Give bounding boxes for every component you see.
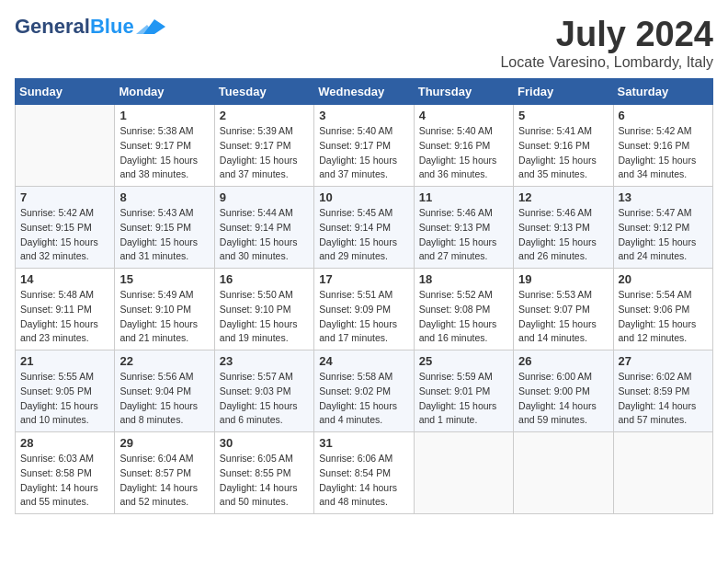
day-info: Sunrise: 5:46 AMSunset: 9:13 PMDaylight:… [419, 206, 508, 264]
month-title: July 2024 [500, 15, 713, 54]
day-number: 12 [518, 190, 608, 204]
calendar-cell: 23Sunrise: 5:57 AMSunset: 9:03 PMDayligh… [214, 350, 313, 432]
day-number: 4 [419, 109, 508, 122]
weekday-header-thursday: Thursday [414, 79, 513, 105]
day-number: 6 [619, 109, 708, 122]
weekday-header-row: SundayMondayTuesdayWednesdayThursdayFrid… [16, 79, 713, 105]
day-info: Sunrise: 5:47 AMSunset: 9:12 PMDaylight:… [619, 206, 708, 264]
location-title: Locate Varesino, Lombardy, Italy [500, 54, 713, 71]
logo-icon [136, 17, 165, 36]
calendar-header: SundayMondayTuesdayWednesdayThursdayFrid… [16, 79, 713, 105]
header: General Blue July 2024 Locate Varesino, … [15, 15, 713, 71]
calendar-cell: 12Sunrise: 5:46 AMSunset: 9:13 PMDayligh… [514, 187, 613, 269]
day-info: Sunrise: 5:41 AMSunset: 9:16 PMDaylight:… [518, 124, 608, 182]
day-info: Sunrise: 5:40 AMSunset: 9:16 PMDaylight:… [419, 124, 508, 182]
calendar-cell [514, 432, 613, 514]
day-info: Sunrise: 5:42 AMSunset: 9:16 PMDaylight:… [619, 124, 708, 182]
weekday-header-monday: Monday [115, 79, 214, 105]
weekday-header-friday: Friday [514, 79, 613, 105]
calendar-cell: 1Sunrise: 5:38 AMSunset: 9:17 PMDaylight… [115, 105, 214, 187]
calendar-cell: 27Sunrise: 6:02 AMSunset: 8:59 PMDayligh… [613, 350, 712, 432]
calendar-cell: 6Sunrise: 5:42 AMSunset: 9:16 PMDaylight… [613, 105, 712, 187]
day-info: Sunrise: 5:59 AMSunset: 9:01 PMDaylight:… [419, 370, 508, 428]
day-number: 19 [518, 272, 608, 286]
day-number: 31 [319, 436, 408, 450]
day-info: Sunrise: 5:57 AMSunset: 9:03 PMDaylight:… [220, 370, 309, 428]
calendar-cell: 22Sunrise: 5:56 AMSunset: 9:04 PMDayligh… [115, 350, 214, 432]
day-number: 30 [220, 436, 309, 450]
day-number: 10 [319, 190, 408, 204]
calendar-cell [16, 105, 115, 187]
calendar-cell: 14Sunrise: 5:48 AMSunset: 9:11 PMDayligh… [16, 269, 115, 350]
day-number: 22 [119, 354, 209, 368]
calendar-week-row: 7Sunrise: 5:42 AMSunset: 9:15 PMDaylight… [16, 187, 713, 269]
day-info: Sunrise: 5:43 AMSunset: 9:15 PMDaylight:… [119, 206, 209, 264]
calendar-week-row: 21Sunrise: 5:55 AMSunset: 9:05 PMDayligh… [16, 350, 713, 432]
calendar-cell: 26Sunrise: 6:00 AMSunset: 9:00 PMDayligh… [514, 350, 613, 432]
weekday-header-saturday: Saturday [613, 79, 712, 105]
day-number: 27 [619, 354, 708, 368]
day-number: 7 [20, 190, 109, 204]
calendar-cell: 2Sunrise: 5:39 AMSunset: 9:17 PMDaylight… [214, 105, 313, 187]
calendar-cell: 13Sunrise: 5:47 AMSunset: 9:12 PMDayligh… [613, 187, 712, 269]
calendar-cell: 8Sunrise: 5:43 AMSunset: 9:15 PMDaylight… [115, 187, 214, 269]
day-number: 15 [119, 272, 209, 286]
calendar-cell: 15Sunrise: 5:49 AMSunset: 9:10 PMDayligh… [115, 269, 214, 350]
day-info: Sunrise: 5:51 AMSunset: 9:09 PMDaylight:… [319, 288, 408, 346]
day-info: Sunrise: 5:46 AMSunset: 9:13 PMDaylight:… [518, 206, 608, 264]
weekday-header-sunday: Sunday [16, 79, 115, 105]
day-number: 29 [119, 436, 209, 450]
calendar-cell: 29Sunrise: 6:04 AMSunset: 8:57 PMDayligh… [115, 432, 214, 514]
day-number: 9 [220, 190, 309, 204]
calendar-cell: 10Sunrise: 5:45 AMSunset: 9:14 PMDayligh… [314, 187, 414, 269]
day-number: 14 [20, 272, 109, 286]
day-number: 20 [619, 272, 708, 286]
day-number: 23 [220, 354, 309, 368]
calendar-cell: 9Sunrise: 5:44 AMSunset: 9:14 PMDaylight… [214, 187, 313, 269]
weekday-header-wednesday: Wednesday [314, 79, 414, 105]
calendar-cell: 7Sunrise: 5:42 AMSunset: 9:15 PMDaylight… [16, 187, 115, 269]
day-info: Sunrise: 5:56 AMSunset: 9:04 PMDaylight:… [119, 370, 209, 428]
calendar-cell: 16Sunrise: 5:50 AMSunset: 9:10 PMDayligh… [214, 269, 313, 350]
weekday-header-tuesday: Tuesday [214, 79, 313, 105]
calendar-cell: 4Sunrise: 5:40 AMSunset: 9:16 PMDaylight… [414, 105, 513, 187]
day-number: 16 [220, 272, 309, 286]
calendar-cell: 19Sunrise: 5:53 AMSunset: 9:07 PMDayligh… [514, 269, 613, 350]
day-info: Sunrise: 5:54 AMSunset: 9:06 PMDaylight:… [619, 288, 708, 346]
day-number: 11 [419, 190, 508, 204]
calendar-week-row: 1Sunrise: 5:38 AMSunset: 9:17 PMDaylight… [16, 105, 713, 187]
calendar-cell: 3Sunrise: 5:40 AMSunset: 9:17 PMDaylight… [314, 105, 414, 187]
day-number: 24 [319, 354, 408, 368]
day-info: Sunrise: 5:53 AMSunset: 9:07 PMDaylight:… [518, 288, 608, 346]
day-number: 17 [319, 272, 408, 286]
day-info: Sunrise: 6:05 AMSunset: 8:55 PMDaylight:… [220, 452, 309, 510]
day-info: Sunrise: 5:39 AMSunset: 9:17 PMDaylight:… [220, 124, 309, 182]
day-info: Sunrise: 6:06 AMSunset: 8:54 PMDaylight:… [319, 452, 408, 510]
day-number: 21 [20, 354, 109, 368]
day-number: 18 [419, 272, 508, 286]
calendar-cell: 17Sunrise: 5:51 AMSunset: 9:09 PMDayligh… [314, 269, 414, 350]
calendar-cell [613, 432, 712, 514]
calendar-cell: 30Sunrise: 6:05 AMSunset: 8:55 PMDayligh… [214, 432, 313, 514]
day-info: Sunrise: 5:49 AMSunset: 9:10 PMDaylight:… [119, 288, 209, 346]
day-info: Sunrise: 6:03 AMSunset: 8:58 PMDaylight:… [20, 452, 109, 510]
day-info: Sunrise: 5:58 AMSunset: 9:02 PMDaylight:… [319, 370, 408, 428]
calendar-table: SundayMondayTuesdayWednesdayThursdayFrid… [15, 78, 713, 514]
day-info: Sunrise: 5:38 AMSunset: 9:17 PMDaylight:… [119, 124, 209, 182]
calendar-cell: 20Sunrise: 5:54 AMSunset: 9:06 PMDayligh… [613, 269, 712, 350]
calendar-cell: 31Sunrise: 6:06 AMSunset: 8:54 PMDayligh… [314, 432, 414, 514]
day-number: 5 [518, 109, 608, 122]
calendar-cell: 11Sunrise: 5:46 AMSunset: 9:13 PMDayligh… [414, 187, 513, 269]
calendar-week-row: 28Sunrise: 6:03 AMSunset: 8:58 PMDayligh… [16, 432, 713, 514]
day-number: 13 [619, 190, 708, 204]
logo: General Blue [15, 15, 165, 39]
day-info: Sunrise: 5:52 AMSunset: 9:08 PMDaylight:… [419, 288, 508, 346]
calendar-cell: 24Sunrise: 5:58 AMSunset: 9:02 PMDayligh… [314, 350, 414, 432]
day-info: Sunrise: 5:44 AMSunset: 9:14 PMDaylight:… [220, 206, 309, 264]
day-number: 28 [20, 436, 109, 450]
day-info: Sunrise: 5:55 AMSunset: 9:05 PMDaylight:… [20, 370, 109, 428]
day-number: 3 [319, 109, 408, 122]
day-info: Sunrise: 5:40 AMSunset: 9:17 PMDaylight:… [319, 124, 408, 182]
calendar-cell [414, 432, 513, 514]
logo-blue: Blue [90, 15, 134, 39]
